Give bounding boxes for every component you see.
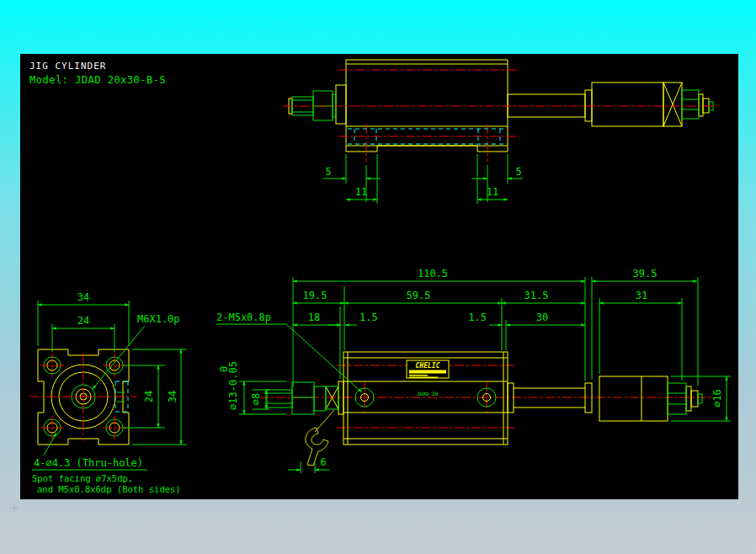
dim-19-5: 19.5 (303, 290, 327, 301)
drawing-canvas (20, 54, 738, 499)
dim-110-5: 110.5 (418, 268, 448, 280)
model-label: Model: JDAD 20x30-B-S (29, 74, 166, 86)
brand-label: CHELIC (407, 360, 449, 378)
dim-11-left: 11 (355, 186, 367, 198)
dim-31: 31 (636, 290, 647, 301)
brand-name: CHELIC (416, 362, 440, 370)
thread-dia-callout: ∅8 (250, 393, 262, 405)
dim-30: 30 (536, 312, 548, 323)
rod-dia-tolerance: 0 (218, 366, 230, 372)
spot-facing-note-line2: and M5x0.8x6dp (Both sides) (37, 484, 181, 494)
dim-24-top: 24 (77, 315, 89, 327)
dim-34-top: 34 (77, 291, 89, 303)
dim-59-5: 59.5 (407, 290, 431, 301)
body-marking: JDAD 20 (417, 391, 439, 397)
thread-callout: M6X1.0p (137, 313, 180, 325)
dim-31-5: 31.5 (524, 290, 549, 301)
dim-wrench-flats: 6 (320, 456, 326, 468)
dim-1-5-right: 1.5 (468, 312, 487, 323)
dim-34-right: 34 (167, 391, 178, 402)
dim-11-right: 11 (487, 186, 498, 198)
dim-39-5: 39.5 (633, 268, 658, 280)
dim-5-left: 5 (325, 166, 331, 178)
port-callout: 2-M5x0.8p (216, 312, 271, 323)
dim-5-right: 5 (515, 166, 521, 178)
dim-18: 18 (308, 312, 320, 323)
spot-facing-note-line1: Spot facing ∅7x5dp, (32, 473, 133, 483)
crosshair-cursor (10, 503, 19, 512)
dim-24-right: 24 (143, 391, 155, 402)
drawing-title: JIG CYLINDER (29, 61, 106, 72)
cad-viewport: JIG CYLINDER Model: JDAD 20x30-B-S (0, 0, 756, 554)
thru-hole-callout: 4-∅4.3 (Thru-hole) (34, 457, 143, 469)
shock-dia-callout: ∅16 (711, 389, 723, 408)
dim-1-5-left: 1.5 (359, 312, 378, 323)
